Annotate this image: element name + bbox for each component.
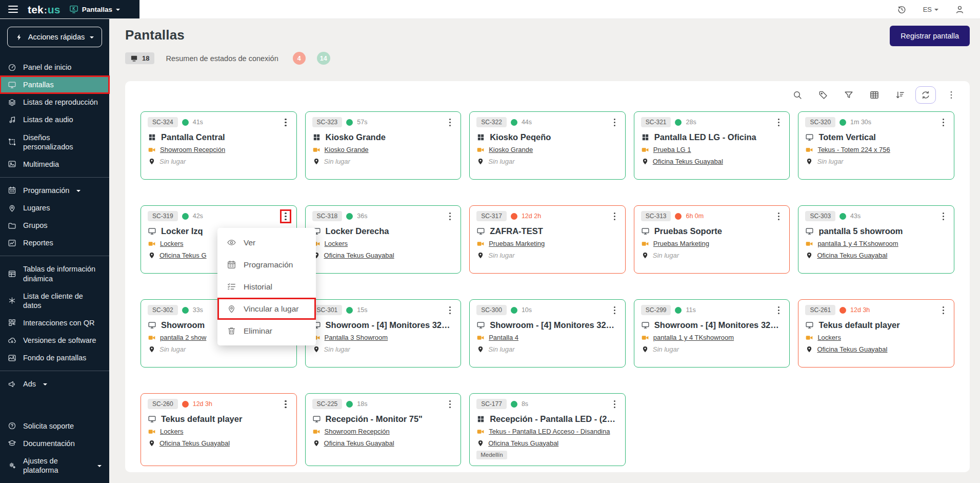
app-selector[interactable]: Pantallas	[69, 5, 120, 14]
sidebar-item[interactable]: Documentación	[0, 435, 109, 452]
sidebar-item[interactable]: Reportes	[0, 234, 109, 252]
toolbar-button[interactable]	[890, 86, 910, 104]
context-menu-item[interactable]: Eliminar	[217, 320, 316, 342]
context-menu-item[interactable]: Programación	[217, 254, 316, 276]
hamburger-menu-icon[interactable]	[7, 5, 19, 14]
screen-title-text: Locker Izq	[161, 226, 203, 236]
kebab-menu-button[interactable]	[282, 117, 289, 128]
context-menu-item[interactable]: Ver	[217, 231, 316, 254]
playlist-link[interactable]: Kiosko Grande	[325, 146, 369, 153]
kebab-menu-button[interactable]	[611, 399, 618, 410]
monitor-icon	[641, 321, 650, 330]
status-dot	[346, 119, 353, 126]
location-pin-icon	[148, 439, 155, 447]
kebab-menu-button[interactable]	[282, 399, 289, 410]
kebab-menu-button[interactable]	[282, 211, 289, 222]
playlist-link[interactable]: pantalla 1 y 4 TKshowroom	[653, 334, 734, 341]
kebab-menu-button[interactable]	[446, 399, 454, 410]
sidebar-item[interactable]: Versiones de software	[0, 332, 109, 349]
quick-actions-button[interactable]: Acciones rápidas	[7, 27, 102, 47]
screen-id-badge: SC-324	[148, 117, 178, 127]
location-row: Oficina Tekus Guayabal	[476, 439, 618, 447]
sidebar-item[interactable]: Listas de audio	[0, 111, 109, 128]
location-link[interactable]: Oficina Tekus Guayabal	[817, 345, 887, 353]
sidebar-item[interactable]: Pantallas	[0, 76, 109, 93]
toolbar-button[interactable]	[813, 86, 833, 104]
toolbar-button[interactable]	[915, 86, 936, 104]
playlist-link[interactable]: Lockers	[160, 428, 184, 435]
sidebar-item-label: Multimedia	[23, 160, 59, 169]
uptime-label: 12d 2h	[522, 212, 541, 220]
sidebar-item[interactable]: Multimedia	[0, 156, 109, 173]
language-selector[interactable]: ES	[923, 6, 938, 13]
sidebar-item[interactable]: Lista de cliente de datos	[0, 287, 109, 314]
location-link[interactable]: Oficina Tekus Guayabal	[817, 252, 887, 259]
sidebar-item[interactable]: Tablas de información dinámica	[0, 260, 109, 287]
kebab-menu-button[interactable]	[611, 211, 618, 222]
sidebar-item[interactable]: Grupos	[0, 217, 109, 234]
sidebar-item-label: Pantallas	[23, 80, 54, 89]
card-header: SC-318 36s	[312, 211, 454, 222]
summary-label: Resumen de estados de conexión	[166, 54, 278, 63]
playlist-link[interactable]: Tekus - Pantalla LED Acceso - Disandina	[489, 428, 610, 435]
playlist-link[interactable]: Pantalla 3 Showroom	[325, 334, 388, 341]
sidebar-item[interactable]: Ads	[0, 375, 109, 393]
kebab-menu-button[interactable]	[939, 305, 947, 316]
kebab-menu-button[interactable]	[611, 305, 618, 316]
location-row: Sin lugar	[476, 345, 618, 353]
playlist-link[interactable]: Showroom Recepción	[325, 428, 390, 435]
kebab-menu-button[interactable]	[446, 117, 454, 128]
sync-icon	[921, 90, 931, 100]
sidebar-item[interactable]: Lugares	[0, 199, 109, 217]
location-link[interactable]: Oficina Tekus Guayabal	[488, 439, 558, 447]
camera-icon	[476, 146, 485, 154]
location-link[interactable]: Oficina Tekus Guayabal	[159, 439, 230, 447]
kebab-menu-button[interactable]	[446, 305, 454, 316]
playlist-link[interactable]: Pantalla 4	[489, 334, 518, 341]
sidebar-item[interactable]: Solicita soporte	[0, 417, 109, 435]
status-dot	[839, 119, 846, 126]
sidebar-item[interactable]: Diseños personalizados	[0, 129, 109, 156]
history-icon[interactable]	[897, 5, 907, 14]
playlist-link[interactable]: Lockers	[325, 240, 348, 247]
kebab-menu-button[interactable]	[611, 117, 618, 128]
playlist-link[interactable]: pantalla 1 y 4 TKshowroom	[817, 240, 898, 247]
info-table-icon	[8, 269, 16, 278]
kebab-menu-button[interactable]	[939, 211, 947, 222]
playlist-link[interactable]: Pruebas Marketing	[653, 240, 709, 247]
location-link[interactable]: Oficina Tekus G	[159, 252, 207, 259]
playlist-link[interactable]: Lockers	[160, 240, 184, 247]
kebab-menu-button[interactable]	[775, 117, 783, 128]
sidebar-item[interactable]: Panel de inicio	[0, 59, 109, 76]
sidebar-item[interactable]: Ajustes de plataforma	[0, 452, 109, 479]
chevron-down-icon	[97, 465, 102, 467]
kebab-menu-button[interactable]	[775, 305, 783, 316]
sidebar-item[interactable]: Fondo de pantallas	[0, 349, 109, 366]
kebab-menu-button[interactable]	[939, 117, 947, 128]
toolbar-button[interactable]	[941, 86, 962, 104]
register-screen-button[interactable]: Registrar pantalla	[890, 26, 970, 46]
playlist-link[interactable]: Lockers	[817, 334, 841, 341]
context-menu-item[interactable]: Vincular a lugar	[217, 298, 316, 320]
location-link[interactable]: Oficina Tekus Guayabal	[653, 158, 723, 165]
toolbar-button[interactable]	[838, 86, 859, 104]
location-link[interactable]: Oficina Tekus Guayabal	[324, 252, 394, 259]
sidebar-item[interactable]: Listas de reproducción	[0, 93, 109, 111]
playlist-link[interactable]: Showroom Recepción	[160, 146, 225, 153]
kebab-icon	[946, 90, 956, 100]
toolbar-button[interactable]	[864, 86, 885, 104]
context-menu-item[interactable]: Historial	[217, 276, 316, 298]
kebab-menu-button[interactable]	[775, 211, 783, 222]
toolbar-button[interactable]	[787, 86, 808, 104]
playlist-link[interactable]: Pruebas Marketing	[489, 240, 545, 247]
sidebar-item[interactable]: Interacciones con QR	[0, 314, 109, 332]
playlist-link[interactable]: pantalla 2 show	[160, 334, 206, 341]
chevron-down-icon	[43, 383, 47, 385]
sidebar-item[interactable]: Programación	[0, 182, 109, 199]
user-icon[interactable]	[955, 5, 965, 14]
location-link[interactable]: Oficina Tekus Guayabal	[324, 439, 394, 447]
playlist-link[interactable]: Tekus - Totem 224 x 756	[817, 146, 890, 153]
playlist-link[interactable]: Prueba LG 1	[653, 146, 691, 153]
kebab-menu-button[interactable]	[446, 211, 454, 222]
playlist-link[interactable]: Kiosko Grande	[489, 146, 533, 153]
